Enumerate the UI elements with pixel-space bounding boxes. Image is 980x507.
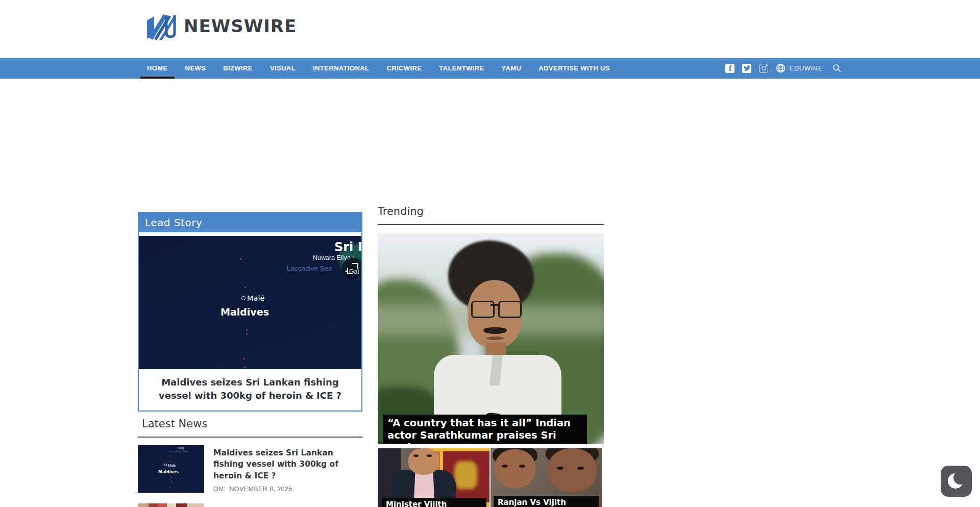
facebook-icon[interactable] xyxy=(725,64,734,73)
photo-face-left-man xyxy=(495,449,535,488)
photo-glasses-right xyxy=(498,301,522,318)
trending-main-story[interactable]: “A country that has it all” Indian actor… xyxy=(378,233,604,444)
trending-sub-story-1[interactable]: Minister Vijith xyxy=(378,448,489,507)
map-label-male: Malé xyxy=(241,294,264,302)
search-icon[interactable] xyxy=(832,64,841,73)
photo-flag-lion xyxy=(454,461,477,489)
trending-main-caption[interactable]: “A country that has it all” Indian actor… xyxy=(383,415,587,444)
news-item-title[interactable]: Maldives seizes Sri Lankan fishing vesse… xyxy=(213,447,360,481)
eduwire-link[interactable]: EDUWIRE xyxy=(776,63,823,73)
news-list-item[interactable]: Nuwa Laccadive Sea Malé Maldives Maldive… xyxy=(138,445,362,493)
newswire-logo-icon xyxy=(146,12,179,40)
nav-item-yamu[interactable]: YAMU xyxy=(493,58,530,79)
nav-item-international[interactable]: INTERNATIONAL xyxy=(304,58,378,79)
photo-mouth xyxy=(486,336,504,340)
logo-wordmark: NEWSWIRE xyxy=(184,16,297,36)
newswire-homepage: NEWSWIRE HOME NEWS BIZWIRE VISUAL INTERN… xyxy=(0,0,980,507)
nav-item-talentwire[interactable]: TALENTWIRE xyxy=(430,58,493,79)
lead-story-card[interactable]: Lead Story Sri Lan Nuwara Eliya • Laccad… xyxy=(138,212,362,412)
news-item-date: ON:NOVEMBER 8, 2025 xyxy=(213,486,360,493)
instagram-icon[interactable] xyxy=(759,64,768,73)
nav-item-visual[interactable]: VISUAL xyxy=(261,58,304,79)
nav-item-cricwire[interactable]: CRICWIRE xyxy=(378,58,430,79)
map-label-maldives: Maldives xyxy=(220,306,269,318)
photo-eye xyxy=(557,467,564,470)
photo-face-right-man xyxy=(548,448,597,492)
trending-heading: Trending xyxy=(378,205,424,218)
eduwire-label: EDUWIRE xyxy=(789,64,823,72)
nav-item-bizwire[interactable]: BIZWIRE xyxy=(214,58,261,79)
map-atoll-dot xyxy=(246,329,248,331)
date-value: NOVEMBER 8, 2025 xyxy=(229,486,292,493)
photo-eye xyxy=(413,454,419,457)
main-navbar: HOME NEWS BIZWIRE VISUAL INTERNATIONAL C… xyxy=(0,58,980,79)
map-atoll-dot xyxy=(243,358,245,359)
photo-eye xyxy=(502,465,508,468)
globe-icon xyxy=(776,63,786,73)
twitter-icon[interactable] xyxy=(742,64,751,73)
map-label-laccadive-sea: Laccadive Sea xyxy=(287,264,332,272)
map-atoll-dot xyxy=(246,333,248,335)
nav-item-advertise[interactable]: ADVERTISE WITH US xyxy=(530,58,619,79)
lead-story-map-image[interactable]: Sri Lan Nuwara Eliya • Laccadive Sea • G… xyxy=(139,236,361,369)
photo-eye xyxy=(427,454,432,457)
map-label-galle: • Gal xyxy=(345,268,359,275)
trending-sub-caption-1[interactable]: Minister Vijith xyxy=(382,498,486,507)
lead-story-headline[interactable]: Maldives seizes Sri Lankan fishing vesse… xyxy=(139,369,361,402)
latest-news-heading: Latest News xyxy=(142,418,207,430)
news-item-thumbnail: Nuwa Laccadive Sea Malé Maldives xyxy=(138,445,204,493)
map-atoll-dot xyxy=(244,367,246,368)
ad-slot-empty xyxy=(0,79,980,206)
nav-items: HOME NEWS BIZWIRE VISUAL INTERNATIONAL C… xyxy=(138,58,619,79)
nav-right-tools: EDUWIRE xyxy=(725,58,841,79)
dark-mode-toggle[interactable] xyxy=(941,466,972,497)
latest-news-divider xyxy=(138,437,362,438)
moon-icon xyxy=(948,473,963,489)
news-list-item-partial[interactable] xyxy=(138,503,204,507)
photo-mustache xyxy=(483,327,507,334)
nav-item-news[interactable]: NEWS xyxy=(177,58,215,79)
map-atoll-dot xyxy=(244,286,246,288)
trending-divider xyxy=(378,224,604,225)
news-item-body: Maldives seizes Sri Lankan fishing vesse… xyxy=(213,447,360,493)
lead-story-header: Lead Story xyxy=(139,213,361,232)
photo-eye xyxy=(577,467,584,470)
trending-sub-caption-2[interactable]: Ranjan Vs Vijith xyxy=(494,496,599,507)
trending-sub-story-2[interactable]: Ranjan Vs Vijith xyxy=(491,448,602,507)
nav-item-home[interactable]: HOME xyxy=(138,58,177,79)
photo-face-minister xyxy=(408,448,439,475)
map-atoll-dot xyxy=(240,258,241,260)
photo-eye xyxy=(519,465,525,468)
photo-glasses-bridge xyxy=(491,304,499,306)
map-label-sri-lanka: Sri Lan xyxy=(334,240,361,254)
newswire-logo[interactable]: NEWSWIRE xyxy=(146,12,297,40)
date-prefix: ON: xyxy=(213,486,225,493)
